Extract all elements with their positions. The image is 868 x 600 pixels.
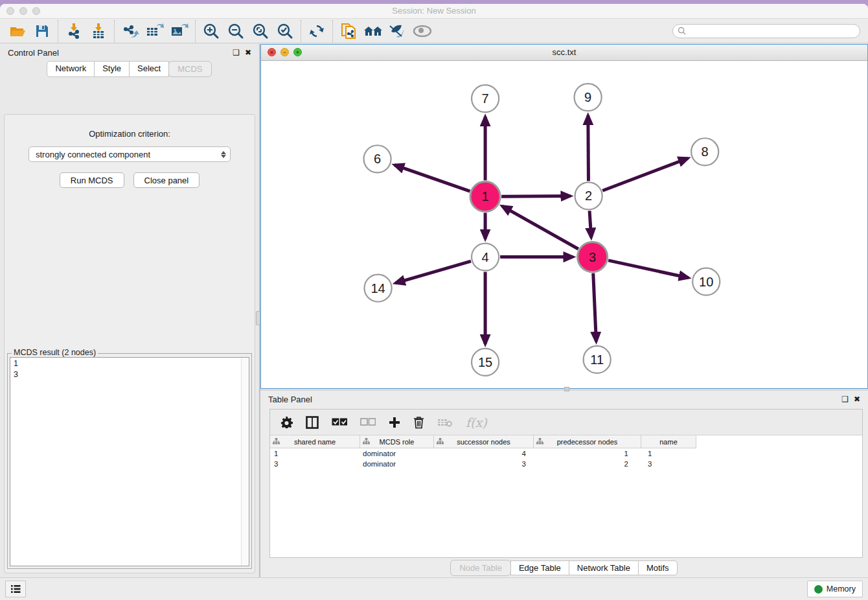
edge-3-11[interactable] bbox=[593, 273, 597, 341]
float-table-panel-icon[interactable]: ❑ bbox=[841, 395, 849, 403]
tab-mcds[interactable]: MCDS bbox=[168, 61, 211, 77]
clone-network-icon[interactable] bbox=[336, 21, 361, 41]
create-column-icon[interactable] bbox=[389, 417, 400, 428]
tab-network-table[interactable]: Network Table bbox=[569, 560, 639, 575]
cell-successor-nodes[interactable]: 3 bbox=[434, 459, 534, 469]
tab-style[interactable]: Style bbox=[94, 61, 130, 77]
delete-column-icon[interactable] bbox=[413, 416, 424, 429]
open-session-icon[interactable] bbox=[5, 21, 30, 41]
cell-predecessor-nodes[interactable]: 2 bbox=[534, 459, 641, 469]
node-15[interactable]: 15 bbox=[472, 349, 499, 376]
mcds-result-text[interactable]: 1 3 bbox=[10, 357, 249, 566]
edge-2-3[interactable] bbox=[589, 211, 591, 237]
edge-4-14[interactable] bbox=[396, 261, 471, 283]
minimize-network-icon[interactable]: − bbox=[280, 48, 289, 56]
run-mcds-button[interactable]: Run MCDS bbox=[60, 172, 124, 188]
table-settings-icon[interactable] bbox=[280, 416, 293, 428]
node-7[interactable]: 7 bbox=[472, 85, 499, 112]
edge-2-9[interactable] bbox=[588, 115, 589, 181]
deselect-all-icon[interactable] bbox=[360, 418, 376, 426]
import-network-icon[interactable] bbox=[62, 21, 86, 41]
window-controls[interactable] bbox=[6, 7, 40, 15]
criterion-dropdown[interactable]: strongly connected component bbox=[29, 146, 231, 162]
edge-1-6[interactable] bbox=[394, 165, 470, 192]
column-header-successor-nodes[interactable]: successor nodes bbox=[434, 435, 534, 448]
close-panel-icon[interactable]: ✖ bbox=[245, 49, 251, 56]
split-view-icon[interactable] bbox=[306, 416, 319, 429]
export-image-icon[interactable] bbox=[167, 21, 192, 41]
node-3[interactable]: 3 bbox=[578, 242, 608, 272]
node-2[interactable]: 2 bbox=[575, 182, 602, 209]
edge-3-1[interactable] bbox=[502, 206, 578, 249]
tab-edge-table[interactable]: Edge Table bbox=[510, 560, 569, 575]
column-label: predecessor nodes bbox=[557, 438, 618, 446]
cell-name[interactable]: 1 bbox=[641, 448, 696, 459]
edge-3-10[interactable] bbox=[608, 260, 689, 278]
save-session-icon[interactable] bbox=[30, 21, 54, 41]
style-brush-icon[interactable] bbox=[385, 21, 410, 41]
zoom-out-icon[interactable] bbox=[223, 21, 248, 41]
column-header-predecessor-nodes[interactable]: predecessor nodes bbox=[534, 435, 641, 448]
node-10[interactable]: 10 bbox=[692, 268, 720, 295]
maximize-network-icon[interactable]: + bbox=[293, 48, 302, 56]
node-1[interactable]: 1 bbox=[470, 181, 500, 211]
memory-button[interactable]: Memory bbox=[807, 581, 863, 597]
edge-1-2[interactable] bbox=[501, 196, 570, 197]
close-network-icon[interactable]: × bbox=[268, 48, 276, 56]
task-history-button[interactable] bbox=[5, 581, 26, 597]
cell-predecessor-nodes[interactable]: 1 bbox=[534, 448, 641, 459]
horizontal-splitter[interactable] bbox=[260, 389, 868, 391]
close-table-panel-icon[interactable]: ✖ bbox=[854, 395, 860, 403]
node-4[interactable]: 4 bbox=[472, 244, 499, 271]
apply-layout-icon[interactable] bbox=[304, 21, 329, 41]
zoom-selected-icon[interactable] bbox=[273, 21, 297, 41]
table-row-0[interactable]: 1dominator411 bbox=[270, 448, 862, 459]
table-row-1[interactable]: 3dominator323 bbox=[270, 459, 862, 469]
search-box[interactable] bbox=[672, 24, 860, 38]
edge-2-8[interactable] bbox=[602, 158, 688, 190]
export-network-icon[interactable] bbox=[118, 21, 143, 41]
tab-network[interactable]: Network bbox=[47, 61, 95, 77]
column-header-mcds-role[interactable]: MCDS role bbox=[360, 435, 434, 448]
import-table-icon[interactable] bbox=[86, 21, 111, 41]
panel-splitter-grip[interactable] bbox=[256, 311, 260, 325]
export-table-icon[interactable] bbox=[143, 21, 167, 41]
tab-select[interactable]: Select bbox=[129, 61, 169, 77]
zoom-window-icon[interactable] bbox=[32, 7, 40, 15]
tab-motifs[interactable]: Motifs bbox=[638, 560, 678, 575]
cell-successor-nodes[interactable]: 4 bbox=[434, 448, 534, 459]
cell-name[interactable]: 3 bbox=[641, 459, 696, 469]
zoom-in-icon[interactable] bbox=[199, 21, 223, 41]
cell-shared-name[interactable]: 3 bbox=[270, 459, 360, 469]
column-header-name[interactable]: name bbox=[641, 435, 696, 448]
node-14[interactable]: 14 bbox=[365, 275, 392, 302]
close-panel-button[interactable]: Close panel bbox=[133, 172, 200, 188]
result-scrollbar[interactable] bbox=[241, 358, 249, 566]
control-panel: Control Panel ❑ ✖ NetworkStyleSelectMCDS… bbox=[0, 44, 260, 577]
network-window-controls[interactable]: × − + bbox=[268, 48, 302, 56]
cell-mcds-role[interactable]: dominator bbox=[360, 448, 434, 459]
first-neighbors-icon[interactable] bbox=[361, 21, 385, 41]
hierarchy-icon bbox=[273, 438, 280, 446]
zoom-fit-icon[interactable] bbox=[248, 21, 273, 41]
tab-node-table[interactable]: Node Table bbox=[450, 560, 511, 576]
minimize-window-icon[interactable] bbox=[19, 7, 27, 15]
node-label-11: 11 bbox=[590, 352, 604, 367]
float-panel-icon[interactable]: ❑ bbox=[233, 49, 240, 56]
status-bar: Memory bbox=[0, 577, 868, 600]
column-header-shared-name[interactable]: shared name bbox=[270, 435, 360, 448]
node-11[interactable]: 11 bbox=[584, 346, 611, 373]
select-all-icon[interactable] bbox=[332, 418, 347, 426]
network-canvas[interactable]: 7968124314101511 bbox=[261, 61, 867, 388]
node-8[interactable]: 8 bbox=[691, 138, 718, 165]
toolbar-separator bbox=[195, 20, 196, 42]
node-9[interactable]: 9 bbox=[575, 84, 602, 111]
level-of-detail-icon[interactable] bbox=[410, 21, 435, 41]
node-label-9: 9 bbox=[584, 90, 591, 104]
cell-mcds-role[interactable]: dominator bbox=[360, 459, 434, 469]
cell-shared-name[interactable]: 1 bbox=[270, 448, 360, 459]
node-6[interactable]: 6 bbox=[364, 145, 391, 172]
close-window-icon[interactable] bbox=[6, 7, 14, 15]
search-input[interactable] bbox=[686, 27, 855, 36]
splitter-grip-icon[interactable] bbox=[564, 387, 569, 391]
